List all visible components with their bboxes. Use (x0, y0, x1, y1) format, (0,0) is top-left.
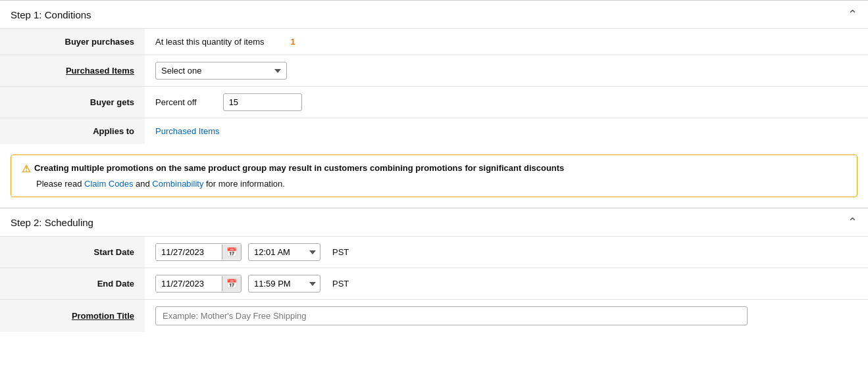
warning-icon: ⚠ (22, 163, 30, 175)
warning-title-row: ⚠ Creating multiple promotions on the sa… (22, 163, 846, 175)
start-date-input-wrapper: 📅 (155, 243, 242, 261)
warning-subtitle: Please read Claim Codes and Combinabilit… (22, 179, 846, 189)
warning-suffix: for more information. (203, 179, 285, 189)
purchased-items-value: Select one (145, 55, 868, 87)
step1-header: Step 1: Conditions ⌃ (0, 1, 868, 28)
purchased-items-select[interactable]: Select one (155, 62, 287, 80)
buyer-purchases-number: 1 (290, 37, 295, 47)
step1-title: Step 1: Conditions (11, 9, 91, 20)
applies-to-value: Purchased Items (145, 118, 868, 145)
warning-box: ⚠ Creating multiple promotions on the sa… (11, 154, 857, 197)
end-tz-label: PST (332, 279, 349, 289)
step1-section: Step 1: Conditions ⌃ Buyer purchases At … (0, 0, 868, 144)
applies-to-row: Applies to Purchased Items (0, 118, 868, 145)
start-date-row: Start Date 📅 12:01 AM 12:30 AM 1:00 AM P… (0, 237, 868, 268)
step1-table: Buyer purchases At least this quantity o… (0, 28, 868, 144)
warning-title-text: Creating multiple promotions on the same… (34, 163, 564, 173)
promotion-title-row: Promotion Title (0, 300, 868, 333)
start-tz-label: PST (332, 247, 349, 257)
end-date-label: End Date (0, 268, 145, 300)
buyer-gets-value: Percent off (145, 87, 868, 118)
promotion-title-input[interactable] (155, 306, 748, 325)
buyer-gets-label: Buyer gets (0, 87, 145, 118)
step1-collapse-icon[interactable]: ⌃ (848, 7, 857, 22)
end-date-row: End Date 📅 11:59 PM 11:30 PM 11:00 PM PS… (0, 268, 868, 300)
applies-to-label: Applies to (0, 118, 145, 145)
claim-codes-link[interactable]: Claim Codes (84, 179, 133, 189)
combinability-link[interactable]: Combinability (152, 179, 203, 189)
end-date-calendar-button[interactable]: 📅 (222, 276, 241, 291)
warning-and-text: and (133, 179, 152, 189)
warning-prefix-text: Please read (36, 179, 84, 189)
start-date-label: Start Date (0, 237, 145, 268)
purchased-items-label: Purchased Items (0, 55, 145, 87)
end-date-input-wrapper: 📅 (155, 275, 242, 293)
promotion-title-label: Promotion Title (0, 300, 145, 333)
buyer-gets-row: Buyer gets Percent off (0, 87, 868, 118)
buyer-purchases-value: At least this quantity of items 1 (145, 29, 868, 55)
step2-table: Start Date 📅 12:01 AM 12:30 AM 1:00 AM P… (0, 236, 868, 332)
purchased-items-row: Purchased Items Select one (0, 55, 868, 87)
applies-to-link[interactable]: Purchased Items (155, 126, 220, 136)
step2-section: Step 2: Scheduling ⌃ Start Date 📅 12:01 … (0, 208, 868, 332)
buyer-gets-text: Percent off (155, 97, 197, 107)
end-date-value: 📅 11:59 PM 11:30 PM 11:00 PM PST (145, 268, 868, 300)
promotion-title-value (145, 300, 868, 333)
percent-off-input[interactable] (223, 93, 302, 111)
start-date-value: 📅 12:01 AM 12:30 AM 1:00 AM PST (145, 237, 868, 268)
start-date-calendar-button[interactable]: 📅 (222, 245, 241, 260)
end-date-input[interactable] (156, 275, 222, 292)
step2-header: Step 2: Scheduling ⌃ (0, 208, 868, 236)
start-time-select[interactable]: 12:01 AM 12:30 AM 1:00 AM (248, 243, 320, 261)
buyer-purchases-label: Buyer purchases (0, 29, 145, 55)
buyer-purchases-text: At least this quantity of items (155, 37, 264, 47)
start-date-input[interactable] (156, 244, 222, 260)
end-time-select[interactable]: 11:59 PM 11:30 PM 11:00 PM (248, 275, 320, 293)
buyer-purchases-row: Buyer purchases At least this quantity o… (0, 29, 868, 55)
step2-title: Step 2: Scheduling (11, 217, 93, 228)
step2-collapse-icon[interactable]: ⌃ (848, 215, 857, 229)
